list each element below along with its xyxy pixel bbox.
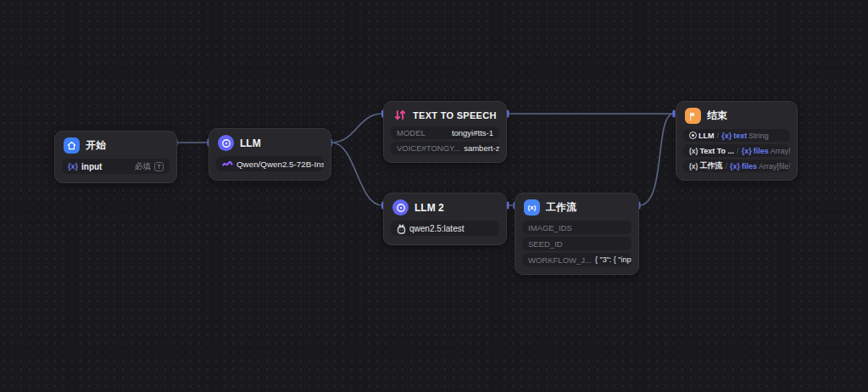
edge-llm-llm2[interactable] (331, 143, 382, 205)
tts-model-value: tongyi#tts-1 (452, 128, 493, 137)
start-input-name: input (81, 162, 102, 171)
text-type-icon: T (154, 162, 164, 171)
workflow-json-row[interactable]: WORKFLOW_J... { "3": { "inputs":... (522, 253, 632, 266)
end-output-source: Text To ... (699, 147, 734, 155)
llm2-model-name: qwen2.5:latest (409, 224, 465, 233)
end-output-var: files (754, 147, 769, 155)
llm-model-name: Qwen/Qwen2.5-72B-Instruct (236, 160, 324, 169)
edge-llm-tts[interactable] (331, 114, 382, 143)
separator: / (725, 161, 727, 171)
tts-voice-label: VOICE#TONGY... (397, 143, 460, 153)
end-output-type: Array[file] (759, 162, 790, 171)
node-llm2-header: LLM 2 (384, 193, 506, 221)
variable-icon: {x} (742, 147, 752, 155)
separator: / (717, 131, 720, 140)
tts-model-row[interactable]: MODEL tongyi#tts-1 (391, 126, 499, 139)
workflow-seedid-label: SEED_ID (528, 239, 563, 249)
end-output-source: 工作流 (699, 160, 722, 171)
end-output-source: LLM (698, 132, 715, 140)
end-output-llm[interactable]: LLM / {x} text String (683, 129, 790, 142)
model-provider-icon (222, 160, 233, 168)
node-workflow-header: (x) 工作流 (515, 193, 638, 221)
end-flag-icon (685, 108, 701, 124)
node-start-header: 开始 (55, 132, 176, 159)
llm-model-selector[interactable]: Qwen/Qwen2.5-72B-Instruct (216, 156, 324, 171)
end-output-type: String (748, 132, 769, 140)
ollama-icon (397, 223, 406, 234)
tts-model-label: MODEL (397, 128, 426, 137)
node-llm[interactable]: LLM Qwen/Qwen2.5-72B-Instruct (209, 128, 331, 181)
end-output-var: files (742, 162, 757, 171)
separator: / (737, 146, 739, 155)
node-llm-title: LLM (240, 137, 261, 149)
start-input-field[interactable]: {x} input 必填 T (62, 159, 170, 174)
llm-icon (392, 199, 409, 216)
node-llm2-title: LLM 2 (415, 202, 444, 214)
llm-source-icon (689, 132, 697, 139)
tts-voice-value: sambert-zhijia-v1 (464, 143, 499, 153)
text-to-speech-icon (392, 108, 407, 122)
node-text-to-speech[interactable]: TEXT TO SPEECH MODEL tongyi#tts-1 VOICE#… (383, 101, 507, 163)
end-output-workflow[interactable]: (x) 工作流 / {x} files Array[file] (683, 160, 790, 172)
workflow-imageids-label: IMAGE_IDS (528, 223, 572, 232)
variable-icon: {x} (721, 132, 732, 140)
node-end-title: 结束 (707, 109, 727, 123)
end-output-tts[interactable]: (x) Text To ... / {x} files Array[file] (683, 144, 790, 157)
workflow-json-label: WORKFLOW_J... (528, 255, 592, 265)
workflow-seedid-row[interactable]: SEED_ID (522, 237, 632, 250)
workflow-imageids-row[interactable]: IMAGE_IDS (522, 221, 632, 234)
variable-icon: {x} (730, 162, 740, 171)
tts-voice-row[interactable]: VOICE#TONGY... sambert-zhijia-v1 (391, 142, 499, 154)
required-label: 必填 (135, 161, 151, 172)
variable-icon: {x} (68, 162, 78, 171)
workflow-icon-glyph: (x) (528, 204, 537, 211)
node-llm2[interactable]: LLM 2 qwen2.5:latest (383, 193, 507, 245)
edge-workflow-end[interactable] (639, 114, 673, 205)
node-tts-title: TEXT TO SPEECH (413, 110, 497, 120)
node-end[interactable]: 结束 LLM / {x} text String (x) Text To ...… (676, 101, 798, 181)
node-end-header: 结束 (676, 102, 797, 129)
node-tts-header: TEXT TO SPEECH (384, 102, 506, 126)
llm-icon (218, 135, 234, 151)
home-icon (64, 137, 80, 154)
variable-source-icon: (x) (689, 147, 698, 155)
llm2-model-selector[interactable]: qwen2.5:latest (391, 221, 499, 236)
workflow-json-value: { "3": { "inputs":... (595, 255, 632, 264)
node-start-title: 开始 (86, 138, 106, 153)
node-start[interactable]: 开始 {x} input 必填 T (54, 131, 177, 183)
end-output-var: text (733, 132, 747, 140)
variable-source-icon: (x) (689, 162, 698, 171)
workflow-icon: (x) (524, 199, 540, 216)
node-workflow-title: 工作流 (546, 200, 576, 215)
node-workflow[interactable]: (x) 工作流 IMAGE_IDS SEED_ID WORKFLOW_J... … (515, 193, 639, 275)
end-output-type: Array[file] (771, 147, 790, 155)
node-llm-header: LLM (209, 129, 331, 156)
